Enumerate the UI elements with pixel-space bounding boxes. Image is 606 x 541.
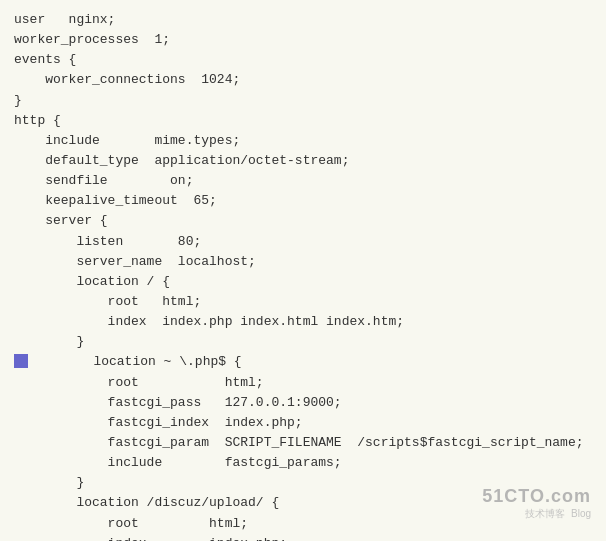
line-24: } [14, 475, 84, 490]
line-3: events { [14, 52, 76, 67]
line-4: worker_connections 1024; [14, 72, 240, 87]
line-6: http { [14, 113, 61, 128]
highlight-marker [14, 354, 28, 368]
line-25: location /discuz/upload/ { [14, 495, 279, 510]
line-15: root html; [14, 294, 201, 309]
line-5: } [14, 93, 22, 108]
line-11: server { [14, 213, 108, 228]
watermark-tagline: 技术博客 Blog [482, 507, 591, 521]
line-8: default_type application/octet-stream; [14, 153, 349, 168]
line-18: location ~ \.php$ { [14, 354, 242, 369]
line-10: keepalive_timeout 65; [14, 193, 217, 208]
line-7: include mime.types; [14, 133, 240, 148]
line-9: sendfile on; [14, 173, 193, 188]
line-17: } [14, 334, 84, 349]
line-19: root html; [14, 375, 264, 390]
code-content: user nginx; worker_processes 1; events {… [0, 6, 606, 541]
line-27: index index.php; [14, 536, 287, 541]
line-26: root html; [14, 516, 248, 531]
line-23: include fastcgi_params; [14, 455, 342, 470]
line-22: fastcgi_param SCRIPT_FILENAME /scripts$f… [14, 435, 584, 450]
line-12: listen 80; [14, 234, 201, 249]
line-16: index index.php index.html index.htm; [14, 314, 404, 329]
line-1: user nginx; [14, 12, 115, 27]
line-13: server_name localhost; [14, 254, 256, 269]
editor-container: user nginx; worker_processes 1; events {… [0, 0, 606, 541]
watermark-site: 51CTO.com [482, 486, 591, 507]
line-2: worker_processes 1; [14, 32, 170, 47]
line-20: fastcgi_pass 127.0.0.1:9000; [14, 395, 342, 410]
watermark: 51CTO.com 技术博客 Blog [482, 486, 591, 521]
line-21: fastcgi_index index.php; [14, 415, 303, 430]
line-14: location / { [14, 274, 170, 289]
